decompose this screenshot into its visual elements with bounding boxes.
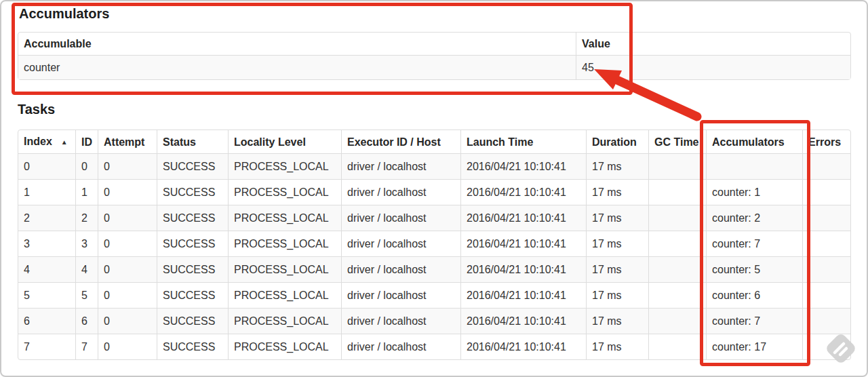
locality-cell: PROCESS_LOCAL	[228, 179, 341, 205]
duration-cell: 17 ms	[586, 334, 648, 359]
duration-cell: 17 ms	[586, 256, 648, 282]
gc-time-cell	[648, 205, 706, 231]
attempt-cell: 0	[98, 231, 157, 256]
accumulators-cell: counter: 7	[706, 308, 802, 334]
accumulators-cell: counter: 6	[706, 282, 802, 308]
status-cell: SUCCESS	[157, 282, 228, 308]
duration-cell: 17 ms	[586, 205, 648, 231]
col-attempt-header[interactable]: Attempt	[98, 130, 157, 154]
status-cell: SUCCESS	[157, 154, 228, 179]
task-row: 1 1 0 SUCCESS PROCESS_LOCAL driver / loc…	[18, 179, 850, 205]
status-cell: SUCCESS	[157, 256, 228, 282]
tasks-section-heading: Tasks	[18, 102, 55, 117]
index-cell: 4	[18, 256, 75, 282]
locality-cell: PROCESS_LOCAL	[228, 256, 341, 282]
accumulators-cell: counter: 17	[706, 334, 802, 359]
col-launch-time-header[interactable]: Launch Time	[460, 130, 586, 154]
status-cell: SUCCESS	[157, 308, 228, 334]
launch-time-cell: 2016/04/21 10:10:41	[460, 334, 586, 359]
launch-time-cell: 2016/04/21 10:10:41	[460, 179, 586, 205]
launch-time-cell: 2016/04/21 10:10:41	[460, 282, 586, 308]
executor-cell: driver / localhost	[341, 256, 460, 282]
col-status-header[interactable]: Status	[157, 130, 228, 154]
accumulable-column-header[interactable]: Accumulable	[18, 33, 576, 56]
executor-cell: driver / localhost	[341, 205, 460, 231]
gc-time-cell	[648, 179, 706, 205]
tasks-header-row: Index▲ ID Attempt Status Locality Level …	[18, 130, 850, 154]
locality-cell: PROCESS_LOCAL	[228, 334, 341, 359]
status-cell: SUCCESS	[157, 334, 228, 359]
col-errors-header[interactable]: Errors	[802, 130, 850, 154]
attempt-cell: 0	[98, 205, 157, 231]
errors-cell	[802, 231, 850, 256]
col-id-header[interactable]: ID	[75, 130, 98, 154]
gc-time-cell	[648, 334, 706, 359]
attempt-cell: 0	[98, 282, 157, 308]
errors-cell	[802, 179, 850, 205]
duration-cell: 17 ms	[586, 282, 648, 308]
attempt-cell: 0	[98, 179, 157, 205]
launch-time-cell: 2016/04/21 10:10:41	[460, 308, 586, 334]
col-accumulators-header[interactable]: Accumulators	[706, 130, 802, 154]
task-row: 4 4 0 SUCCESS PROCESS_LOCAL driver / loc…	[18, 256, 850, 282]
id-cell: 1	[75, 179, 98, 205]
attempt-cell: 0	[98, 334, 157, 359]
index-cell: 2	[18, 205, 75, 231]
index-cell: 7	[18, 334, 75, 359]
index-cell: 6	[18, 308, 75, 334]
locality-cell: PROCESS_LOCAL	[228, 308, 341, 334]
index-cell: 0	[18, 154, 75, 179]
skitch-stamp-watermark-icon	[823, 334, 859, 365]
locality-cell: PROCESS_LOCAL	[228, 231, 341, 256]
task-row: 0 0 0 SUCCESS PROCESS_LOCAL driver / loc…	[18, 154, 850, 179]
id-cell: 5	[75, 282, 98, 308]
col-executor-host-header[interactable]: Executor ID / Host	[341, 130, 460, 154]
accumulators-cell: counter: 5	[706, 256, 802, 282]
col-gc-time-header[interactable]: GC Time	[648, 130, 706, 154]
col-duration-header[interactable]: Duration	[586, 130, 648, 154]
col-index-label: Index	[24, 136, 52, 147]
gc-time-cell	[648, 154, 706, 179]
status-cell: SUCCESS	[157, 205, 228, 231]
value-column-header[interactable]: Value	[576, 33, 850, 56]
launch-time-cell: 2016/04/21 10:10:41	[460, 256, 586, 282]
launch-time-cell: 2016/04/21 10:10:41	[460, 154, 586, 179]
accumulators-table: Accumulable Value counter 45	[18, 32, 851, 80]
accumulators-cell: counter: 2	[706, 205, 802, 231]
id-cell: 4	[75, 256, 98, 282]
accumulators-cell: counter: 1	[706, 179, 802, 205]
duration-cell: 17 ms	[586, 231, 648, 256]
locality-cell: PROCESS_LOCAL	[228, 154, 341, 179]
col-index-header[interactable]: Index▲	[18, 130, 75, 154]
gc-time-cell	[648, 231, 706, 256]
accumulators-section-heading: Accumulators	[19, 6, 109, 22]
attempt-cell: 0	[98, 256, 157, 282]
errors-cell	[802, 308, 850, 334]
id-cell: 2	[75, 205, 98, 231]
task-row: 2 2 0 SUCCESS PROCESS_LOCAL driver / loc…	[18, 205, 850, 231]
locality-cell: PROCESS_LOCAL	[228, 205, 341, 231]
id-cell: 0	[75, 154, 98, 179]
index-cell: 5	[18, 282, 75, 308]
launch-time-cell: 2016/04/21 10:10:41	[460, 231, 586, 256]
errors-cell	[802, 256, 850, 282]
attempt-cell: 0	[98, 308, 157, 334]
accumulator-row: counter 45	[18, 56, 850, 79]
sort-ascending-icon: ▲	[61, 138, 68, 146]
errors-cell	[802, 205, 850, 231]
locality-cell: PROCESS_LOCAL	[228, 282, 341, 308]
task-row: 7 7 0 SUCCESS PROCESS_LOCAL driver / loc…	[18, 334, 850, 359]
launch-time-cell: 2016/04/21 10:10:41	[460, 205, 586, 231]
duration-cell: 17 ms	[586, 154, 648, 179]
executor-cell: driver / localhost	[341, 334, 460, 359]
duration-cell: 17 ms	[586, 179, 648, 205]
accumulable-name-cell: counter	[18, 56, 576, 79]
col-locality-level-header[interactable]: Locality Level	[228, 130, 341, 154]
executor-cell: driver / localhost	[341, 282, 460, 308]
status-cell: SUCCESS	[157, 179, 228, 205]
accumulators-cell	[706, 154, 802, 179]
accumulable-value-cell: 45	[576, 56, 850, 79]
accumulators-header-row: Accumulable Value	[18, 33, 850, 56]
duration-cell: 17 ms	[586, 308, 648, 334]
id-cell: 7	[75, 334, 98, 359]
